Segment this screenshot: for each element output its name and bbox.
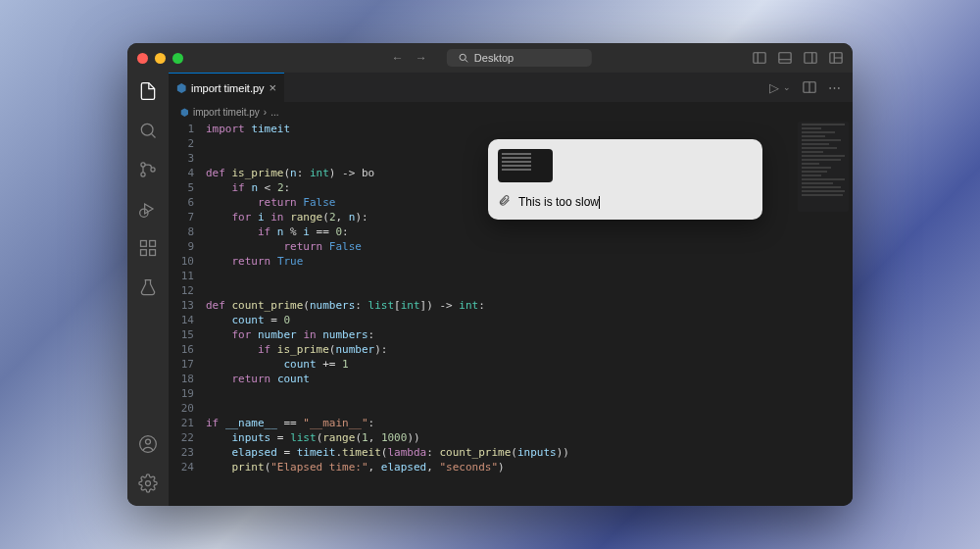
activity-bar <box>127 73 169 506</box>
code-line[interactable]: count = 0 <box>206 313 853 327</box>
nav-back-button[interactable]: ← <box>388 49 408 67</box>
code-line[interactable]: print("Elapsed time:", elapsed, "seconds… <box>206 460 853 474</box>
search-panel-icon[interactable] <box>137 120 159 141</box>
code-line[interactable]: elapsed = timeit.timeit(lambda: count_pr… <box>206 445 853 460</box>
python-file-icon: ⬢ <box>180 107 189 118</box>
minimap[interactable] <box>798 122 849 212</box>
search-icon <box>459 53 468 63</box>
svg-point-10 <box>141 124 153 135</box>
code-line[interactable] <box>206 401 853 416</box>
chat-input-row: This is too slow <box>498 194 753 210</box>
code-line[interactable]: return count <box>206 372 853 386</box>
line-number: 1 <box>169 122 194 136</box>
code-line[interactable] <box>206 283 853 298</box>
line-number: 3 <box>169 151 194 166</box>
code-line[interactable]: return False <box>206 239 853 254</box>
minimize-window-button[interactable] <box>155 53 166 64</box>
line-number: 12 <box>169 283 194 298</box>
run-button[interactable]: ▷ <box>769 80 779 95</box>
line-number: 24 <box>169 460 194 474</box>
line-number: 2 <box>169 136 194 151</box>
code-line[interactable]: if n % i == 0: <box>206 225 853 239</box>
context-thumbnail[interactable] <box>498 149 553 182</box>
titlebar-center: ← → Desktop <box>388 49 592 67</box>
code-line[interactable] <box>206 269 853 283</box>
layout-bottom-icon[interactable] <box>778 51 792 65</box>
code-line[interactable]: import timeit <box>206 122 853 136</box>
run-dropdown-icon[interactable]: ⌄ <box>783 82 791 92</box>
line-number: 11 <box>169 269 194 283</box>
code-line[interactable]: if is_prime(number): <box>206 342 853 357</box>
accounts-icon[interactable] <box>137 433 159 455</box>
nav-arrows: ← → <box>388 49 431 67</box>
line-number: 4 <box>169 166 194 180</box>
explorer-icon[interactable] <box>137 80 159 102</box>
search-label: Desktop <box>474 52 514 64</box>
ai-inline-chat-popup: This is too slow <box>488 139 762 220</box>
body-area: ⬢ import timeit.py × ▷ ⌄ ⋯ ⬢ import time… <box>127 73 853 506</box>
python-file-icon: ⬢ <box>176 81 186 95</box>
titlebar: ← → Desktop <box>127 43 853 73</box>
code-line[interactable]: count += 1 <box>206 357 853 372</box>
code-line[interactable]: if __name__ == "__main__": <box>206 416 853 430</box>
line-number: 23 <box>169 445 194 460</box>
line-number: 13 <box>169 298 194 313</box>
nav-forward-button[interactable]: → <box>412 49 431 67</box>
customize-layout-icon[interactable] <box>829 51 843 65</box>
tab-filename: import timeit.py <box>191 82 265 94</box>
more-actions-icon[interactable]: ⋯ <box>828 80 841 95</box>
line-number: 20 <box>169 401 194 416</box>
svg-point-23 <box>146 481 151 486</box>
line-number: 8 <box>169 225 194 239</box>
code-line[interactable] <box>206 386 853 401</box>
testing-icon[interactable] <box>137 276 159 298</box>
attach-icon[interactable] <box>498 194 511 210</box>
editor-area: ⬢ import timeit.py × ▷ ⌄ ⋯ ⬢ import time… <box>169 73 853 506</box>
settings-gear-icon[interactable] <box>137 473 159 494</box>
code-line[interactable]: return True <box>206 254 853 269</box>
code-line[interactable]: inputs = list(range(1, 1000)) <box>206 430 853 445</box>
line-number: 17 <box>169 357 194 372</box>
svg-rect-19 <box>150 241 156 247</box>
layout-right-icon[interactable] <box>804 51 817 65</box>
code-line[interactable]: for number in numbers: <box>206 327 853 342</box>
line-number: 19 <box>169 386 194 401</box>
line-gutter: 123456789101112131415161718192021222324 <box>169 122 206 506</box>
extensions-icon[interactable] <box>137 237 159 259</box>
line-number: 9 <box>169 239 194 254</box>
tab-active[interactable]: ⬢ import timeit.py × <box>169 73 284 102</box>
line-number: 7 <box>169 210 194 225</box>
line-number: 16 <box>169 342 194 357</box>
line-number: 21 <box>169 416 194 430</box>
svg-point-12 <box>141 173 145 176</box>
breadcrumb[interactable]: ⬢ import timeit.py › ... <box>169 102 853 122</box>
line-number: 5 <box>169 180 194 195</box>
layout-left-icon[interactable] <box>753 51 766 65</box>
source-control-icon[interactable] <box>137 159 159 180</box>
svg-rect-16 <box>141 241 147 247</box>
code-line[interactable]: def count_prime(numbers: list[int]) -> i… <box>206 298 853 313</box>
editor-tabs: ⬢ import timeit.py × ▷ ⌄ ⋯ <box>169 73 853 102</box>
close-window-button[interactable] <box>137 53 148 64</box>
svg-point-22 <box>146 439 151 444</box>
debug-icon[interactable] <box>137 198 159 220</box>
split-editor-icon[interactable] <box>803 80 816 94</box>
ide-window: ← → Desktop <box>127 43 853 506</box>
tab-close-button[interactable]: × <box>270 80 277 95</box>
window-controls <box>137 53 183 64</box>
breadcrumb-sep: › <box>264 107 267 118</box>
svg-point-0 <box>460 54 466 60</box>
svg-rect-3 <box>779 53 791 64</box>
breadcrumb-rest: ... <box>270 107 278 118</box>
line-number: 18 <box>169 372 194 386</box>
line-number: 15 <box>169 327 194 342</box>
line-number: 6 <box>169 195 194 210</box>
command-center-search[interactable]: Desktop <box>447 49 592 67</box>
line-number: 10 <box>169 254 194 269</box>
chat-input[interactable]: This is too slow <box>518 195 753 209</box>
svg-rect-5 <box>805 53 816 64</box>
line-number: 14 <box>169 313 194 327</box>
maximize-window-button[interactable] <box>172 53 183 64</box>
editor-actions: ▷ ⌄ ⋯ <box>769 80 853 95</box>
line-number: 22 <box>169 430 194 445</box>
